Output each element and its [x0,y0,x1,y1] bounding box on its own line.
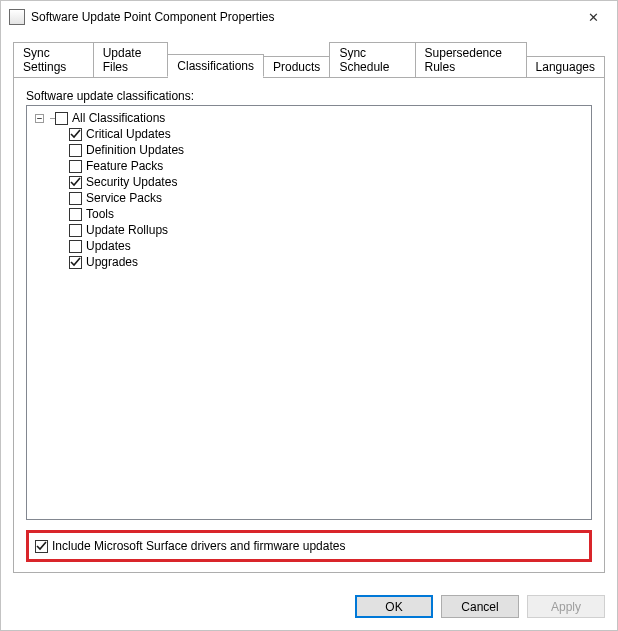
tree-checkbox[interactable] [69,208,82,221]
app-icon [9,9,25,25]
tree-item[interactable]: Definition Updates [29,142,589,158]
tree-item-label: Definition Updates [86,142,184,158]
highlight-box: Include Microsoft Surface drivers and fi… [26,530,592,562]
tree-root[interactable]: −All Classifications [29,110,589,126]
classifications-tree[interactable]: −All ClassificationsCritical UpdatesDefi… [26,105,592,520]
tree-item-label: Security Updates [86,174,177,190]
tab-languages[interactable]: Languages [526,56,605,78]
include-surface-label: Include Microsoft Surface drivers and fi… [52,539,345,553]
tree-checkbox[interactable] [69,176,82,189]
tree-item-label: Tools [86,206,114,222]
tree-item-label: Updates [86,238,131,254]
tab-classifications[interactable]: Classifications [167,54,264,77]
include-surface-checkbox[interactable] [35,540,48,553]
tree-checkbox[interactable] [69,128,82,141]
tab-supersedence-rules[interactable]: Supersedence Rules [415,42,527,78]
client-area: Sync SettingsUpdate FilesClassifications… [1,33,617,585]
tree-item[interactable]: Feature Packs [29,158,589,174]
apply-button: Apply [527,595,605,618]
tree-item-label: Update Rollups [86,222,168,238]
window-title: Software Update Point Component Properti… [31,10,573,24]
tree-checkbox[interactable] [69,144,82,157]
tree-checkbox[interactable] [69,160,82,173]
tree-checkbox[interactable] [69,224,82,237]
tab-sync-settings[interactable]: Sync Settings [13,42,94,78]
tree-item[interactable]: Security Updates [29,174,589,190]
cancel-label: Cancel [461,600,498,614]
classifications-heading: Software update classifications: [26,89,592,103]
tabpage-classifications: Software update classifications: −All Cl… [13,76,605,573]
close-icon: ✕ [588,10,599,25]
titlebar: Software Update Point Component Properti… [1,1,617,33]
ok-label: OK [385,600,402,614]
tree-root-label: All Classifications [72,110,165,126]
tree-checkbox[interactable] [69,240,82,253]
tree-checkbox[interactable] [69,256,82,269]
tree-item[interactable]: Service Packs [29,190,589,206]
tree-item[interactable]: Updates [29,238,589,254]
tab-products[interactable]: Products [263,56,330,78]
close-button[interactable]: ✕ [573,3,613,31]
tree-item-label: Service Packs [86,190,162,206]
tree-checkbox[interactable] [69,192,82,205]
tree-item[interactable]: Upgrades [29,254,589,270]
ok-button[interactable]: OK [355,595,433,618]
tree-checkbox[interactable] [55,112,68,125]
tab-strip: Sync SettingsUpdate FilesClassifications… [13,41,605,77]
dialog-footer: OK Cancel Apply [1,585,617,630]
tree-item-label: Critical Updates [86,126,171,142]
tree-item[interactable]: Tools [29,206,589,222]
apply-label: Apply [551,600,581,614]
expander-icon[interactable]: − [35,114,44,123]
tree-item[interactable]: Critical Updates [29,126,589,142]
cancel-button[interactable]: Cancel [441,595,519,618]
tree-item-label: Upgrades [86,254,138,270]
tree-item-label: Feature Packs [86,158,163,174]
tree-item[interactable]: Update Rollups [29,222,589,238]
tab-sync-schedule[interactable]: Sync Schedule [329,42,415,78]
tab-update-files[interactable]: Update Files [93,42,169,78]
dialog-window: Software Update Point Component Properti… [0,0,618,631]
